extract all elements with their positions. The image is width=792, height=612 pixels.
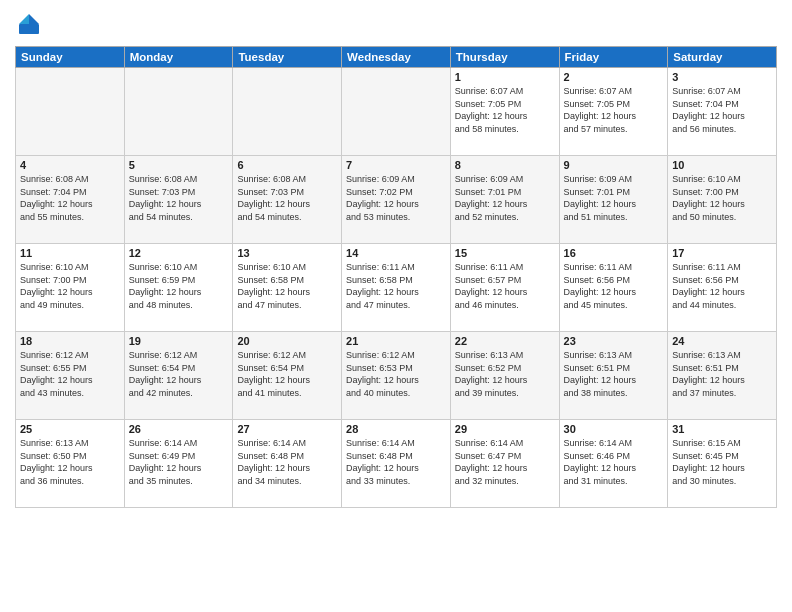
calendar-day-cell: 23Sunrise: 6:13 AMSunset: 6:51 PMDayligh…	[559, 332, 668, 420]
day-info: Sunrise: 6:14 AMSunset: 6:46 PMDaylight:…	[564, 437, 664, 487]
day-info: Sunrise: 6:07 AMSunset: 7:04 PMDaylight:…	[672, 85, 772, 135]
day-number: 8	[455, 159, 555, 171]
calendar-day-cell: 25Sunrise: 6:13 AMSunset: 6:50 PMDayligh…	[16, 420, 125, 508]
logo	[15, 10, 47, 38]
day-number: 6	[237, 159, 337, 171]
day-number: 18	[20, 335, 120, 347]
calendar-day-cell: 31Sunrise: 6:15 AMSunset: 6:45 PMDayligh…	[668, 420, 777, 508]
day-info: Sunrise: 6:14 AMSunset: 6:48 PMDaylight:…	[237, 437, 337, 487]
day-info: Sunrise: 6:09 AMSunset: 7:02 PMDaylight:…	[346, 173, 446, 223]
day-info: Sunrise: 6:07 AMSunset: 7:05 PMDaylight:…	[455, 85, 555, 135]
calendar-day-cell: 13Sunrise: 6:10 AMSunset: 6:58 PMDayligh…	[233, 244, 342, 332]
weekday-header-wednesday: Wednesday	[342, 47, 451, 68]
svg-marker-1	[19, 14, 29, 24]
day-info: Sunrise: 6:13 AMSunset: 6:52 PMDaylight:…	[455, 349, 555, 399]
day-info: Sunrise: 6:09 AMSunset: 7:01 PMDaylight:…	[455, 173, 555, 223]
day-info: Sunrise: 6:12 AMSunset: 6:55 PMDaylight:…	[20, 349, 120, 399]
day-info: Sunrise: 6:13 AMSunset: 6:51 PMDaylight:…	[564, 349, 664, 399]
day-info: Sunrise: 6:10 AMSunset: 7:00 PMDaylight:…	[672, 173, 772, 223]
day-number: 23	[564, 335, 664, 347]
day-number: 24	[672, 335, 772, 347]
day-number: 27	[237, 423, 337, 435]
day-number: 16	[564, 247, 664, 259]
page: SundayMondayTuesdayWednesdayThursdayFrid…	[0, 0, 792, 612]
day-info: Sunrise: 6:11 AMSunset: 6:57 PMDaylight:…	[455, 261, 555, 311]
day-number: 11	[20, 247, 120, 259]
day-number: 26	[129, 423, 229, 435]
calendar-day-cell: 4Sunrise: 6:08 AMSunset: 7:04 PMDaylight…	[16, 156, 125, 244]
day-info: Sunrise: 6:08 AMSunset: 7:03 PMDaylight:…	[129, 173, 229, 223]
calendar-day-cell	[124, 68, 233, 156]
weekday-header-friday: Friday	[559, 47, 668, 68]
calendar-day-cell: 26Sunrise: 6:14 AMSunset: 6:49 PMDayligh…	[124, 420, 233, 508]
day-number: 29	[455, 423, 555, 435]
weekday-header-sunday: Sunday	[16, 47, 125, 68]
calendar-week-row: 18Sunrise: 6:12 AMSunset: 6:55 PMDayligh…	[16, 332, 777, 420]
calendar-day-cell: 15Sunrise: 6:11 AMSunset: 6:57 PMDayligh…	[450, 244, 559, 332]
day-info: Sunrise: 6:07 AMSunset: 7:05 PMDaylight:…	[564, 85, 664, 135]
calendar-day-cell: 17Sunrise: 6:11 AMSunset: 6:56 PMDayligh…	[668, 244, 777, 332]
calendar-day-cell: 27Sunrise: 6:14 AMSunset: 6:48 PMDayligh…	[233, 420, 342, 508]
calendar-day-cell: 18Sunrise: 6:12 AMSunset: 6:55 PMDayligh…	[16, 332, 125, 420]
day-info: Sunrise: 6:12 AMSunset: 6:53 PMDaylight:…	[346, 349, 446, 399]
day-number: 14	[346, 247, 446, 259]
day-info: Sunrise: 6:14 AMSunset: 6:47 PMDaylight:…	[455, 437, 555, 487]
day-number: 5	[129, 159, 229, 171]
day-number: 9	[564, 159, 664, 171]
day-number: 31	[672, 423, 772, 435]
calendar-day-cell	[342, 68, 451, 156]
calendar-day-cell: 3Sunrise: 6:07 AMSunset: 7:04 PMDaylight…	[668, 68, 777, 156]
day-number: 22	[455, 335, 555, 347]
day-info: Sunrise: 6:10 AMSunset: 6:59 PMDaylight:…	[129, 261, 229, 311]
calendar-day-cell: 22Sunrise: 6:13 AMSunset: 6:52 PMDayligh…	[450, 332, 559, 420]
calendar-day-cell: 11Sunrise: 6:10 AMSunset: 7:00 PMDayligh…	[16, 244, 125, 332]
calendar-week-row: 1Sunrise: 6:07 AMSunset: 7:05 PMDaylight…	[16, 68, 777, 156]
calendar-day-cell: 2Sunrise: 6:07 AMSunset: 7:05 PMDaylight…	[559, 68, 668, 156]
day-number: 20	[237, 335, 337, 347]
calendar-day-cell: 10Sunrise: 6:10 AMSunset: 7:00 PMDayligh…	[668, 156, 777, 244]
svg-rect-2	[19, 24, 39, 34]
calendar-day-cell: 1Sunrise: 6:07 AMSunset: 7:05 PMDaylight…	[450, 68, 559, 156]
day-info: Sunrise: 6:12 AMSunset: 6:54 PMDaylight:…	[129, 349, 229, 399]
calendar-day-cell: 20Sunrise: 6:12 AMSunset: 6:54 PMDayligh…	[233, 332, 342, 420]
weekday-header-saturday: Saturday	[668, 47, 777, 68]
day-info: Sunrise: 6:08 AMSunset: 7:03 PMDaylight:…	[237, 173, 337, 223]
day-number: 12	[129, 247, 229, 259]
weekday-header-tuesday: Tuesday	[233, 47, 342, 68]
day-info: Sunrise: 6:15 AMSunset: 6:45 PMDaylight:…	[672, 437, 772, 487]
day-number: 7	[346, 159, 446, 171]
day-info: Sunrise: 6:13 AMSunset: 6:51 PMDaylight:…	[672, 349, 772, 399]
calendar-day-cell	[16, 68, 125, 156]
day-number: 10	[672, 159, 772, 171]
calendar-day-cell: 8Sunrise: 6:09 AMSunset: 7:01 PMDaylight…	[450, 156, 559, 244]
calendar-day-cell: 16Sunrise: 6:11 AMSunset: 6:56 PMDayligh…	[559, 244, 668, 332]
day-number: 15	[455, 247, 555, 259]
calendar-day-cell: 14Sunrise: 6:11 AMSunset: 6:58 PMDayligh…	[342, 244, 451, 332]
day-info: Sunrise: 6:11 AMSunset: 6:58 PMDaylight:…	[346, 261, 446, 311]
calendar-day-cell: 29Sunrise: 6:14 AMSunset: 6:47 PMDayligh…	[450, 420, 559, 508]
day-info: Sunrise: 6:14 AMSunset: 6:48 PMDaylight:…	[346, 437, 446, 487]
day-number: 2	[564, 71, 664, 83]
calendar-week-row: 25Sunrise: 6:13 AMSunset: 6:50 PMDayligh…	[16, 420, 777, 508]
day-number: 4	[20, 159, 120, 171]
day-info: Sunrise: 6:12 AMSunset: 6:54 PMDaylight:…	[237, 349, 337, 399]
weekday-header-monday: Monday	[124, 47, 233, 68]
day-info: Sunrise: 6:14 AMSunset: 6:49 PMDaylight:…	[129, 437, 229, 487]
day-number: 1	[455, 71, 555, 83]
day-info: Sunrise: 6:11 AMSunset: 6:56 PMDaylight:…	[564, 261, 664, 311]
day-info: Sunrise: 6:11 AMSunset: 6:56 PMDaylight:…	[672, 261, 772, 311]
day-info: Sunrise: 6:10 AMSunset: 6:58 PMDaylight:…	[237, 261, 337, 311]
day-number: 19	[129, 335, 229, 347]
day-number: 3	[672, 71, 772, 83]
day-info: Sunrise: 6:09 AMSunset: 7:01 PMDaylight:…	[564, 173, 664, 223]
calendar-day-cell: 21Sunrise: 6:12 AMSunset: 6:53 PMDayligh…	[342, 332, 451, 420]
day-number: 30	[564, 423, 664, 435]
calendar-day-cell: 9Sunrise: 6:09 AMSunset: 7:01 PMDaylight…	[559, 156, 668, 244]
day-info: Sunrise: 6:13 AMSunset: 6:50 PMDaylight:…	[20, 437, 120, 487]
calendar-week-row: 4Sunrise: 6:08 AMSunset: 7:04 PMDaylight…	[16, 156, 777, 244]
svg-marker-0	[29, 14, 39, 24]
calendar-day-cell: 6Sunrise: 6:08 AMSunset: 7:03 PMDaylight…	[233, 156, 342, 244]
day-number: 13	[237, 247, 337, 259]
header	[15, 10, 777, 38]
calendar-day-cell: 5Sunrise: 6:08 AMSunset: 7:03 PMDaylight…	[124, 156, 233, 244]
